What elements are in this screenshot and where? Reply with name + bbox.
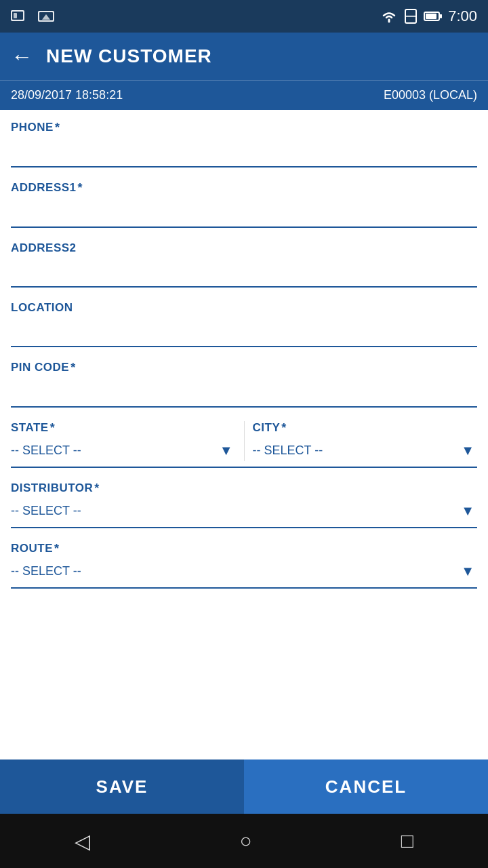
state-label: STATE*: [11, 421, 236, 435]
pincode-field: PIN CODE*: [11, 350, 477, 408]
city-select-wrapper: -- SELECT -- ▼: [253, 439, 478, 461]
state-select-wrapper: -- SELECT -- ▼: [11, 439, 236, 461]
back-nav-icon[interactable]: ◁: [75, 829, 90, 853]
route-required: *: [54, 542, 60, 556]
address1-field: ADDRESS1*: [11, 170, 477, 228]
pincode-label: PIN CODE*: [11, 361, 477, 375]
sub-header: 28/09/2017 18:58:21 E00003 (LOCAL): [0, 80, 488, 110]
bottom-buttons: SAVE CANCEL: [0, 760, 488, 814]
route-label: ROUTE*: [11, 542, 477, 556]
address2-input[interactable]: [11, 259, 477, 281]
state-col: STATE* -- SELECT -- ▼: [11, 421, 245, 461]
route-field: ROUTE* -- SELECT -- ▼: [11, 531, 477, 589]
app-icon-2: [37, 9, 56, 24]
state-select[interactable]: -- SELECT --: [11, 439, 236, 461]
state-city-row: STATE* -- SELECT -- ▼ CITY* -- SELECT --…: [11, 410, 477, 468]
phone-input[interactable]: [11, 139, 477, 161]
svg-rect-10: [440, 14, 442, 18]
date-time: 28/09/2017 18:58:21: [11, 88, 123, 102]
save-button[interactable]: SAVE: [0, 760, 244, 814]
distributor-field: DISTRIBUTOR* -- SELECT -- ▼: [11, 471, 477, 528]
status-bar-right: 7:00: [380, 7, 477, 25]
recent-nav-icon[interactable]: □: [401, 829, 413, 852]
form-area: PHONE* ADDRESS1* ADDRESS2 LOCATION PIN C…: [0, 110, 488, 760]
record-code: E00003 (LOCAL): [384, 88, 477, 102]
address1-required: *: [78, 181, 83, 195]
back-button[interactable]: ←: [11, 45, 33, 67]
status-bar-left: [11, 9, 56, 24]
location-field: LOCATION: [11, 290, 477, 347]
battery-icon: [424, 10, 443, 22]
clock-time: 7:00: [448, 7, 477, 25]
distributor-select-wrapper: -- SELECT -- ▼: [11, 500, 477, 521]
phone-required: *: [55, 121, 60, 135]
address2-label: ADDRESS2: [11, 241, 477, 255]
status-bar: 7:00: [0, 0, 488, 33]
phone-field: PHONE*: [11, 110, 477, 167]
cancel-button[interactable]: CANCEL: [244, 760, 488, 814]
location-input[interactable]: [11, 319, 477, 340]
address2-field: ADDRESS2: [11, 231, 477, 288]
city-required: *: [281, 421, 287, 435]
pincode-required: *: [70, 361, 76, 375]
distributor-required: *: [94, 481, 100, 496]
nav-bar: ◁ ○ □: [0, 814, 488, 868]
distributor-label: DISTRIBUTOR*: [11, 481, 477, 496]
svg-rect-9: [426, 14, 436, 19]
route-select[interactable]: -- SELECT --: [11, 560, 477, 582]
wifi-icon: [380, 9, 398, 24]
route-select-wrapper: -- SELECT -- ▼: [11, 560, 477, 582]
city-col: CITY* -- SELECT -- ▼: [253, 421, 478, 461]
sim-icon: [403, 9, 418, 24]
app-icon-1: [11, 9, 30, 24]
page-title: NEW CUSTOMER: [46, 45, 212, 67]
address1-input[interactable]: [11, 199, 477, 221]
app-bar: ← NEW CUSTOMER: [0, 33, 488, 80]
address1-label: ADDRESS1*: [11, 181, 477, 195]
state-required: *: [50, 421, 56, 435]
phone-label: PHONE*: [11, 121, 477, 135]
city-select[interactable]: -- SELECT --: [253, 439, 478, 461]
location-label: LOCATION: [11, 301, 477, 315]
pincode-input[interactable]: [11, 379, 477, 401]
home-nav-icon[interactable]: ○: [239, 829, 251, 852]
distributor-select[interactable]: -- SELECT --: [11, 500, 477, 521]
city-label: CITY*: [253, 421, 478, 435]
svg-rect-2: [14, 13, 17, 18]
